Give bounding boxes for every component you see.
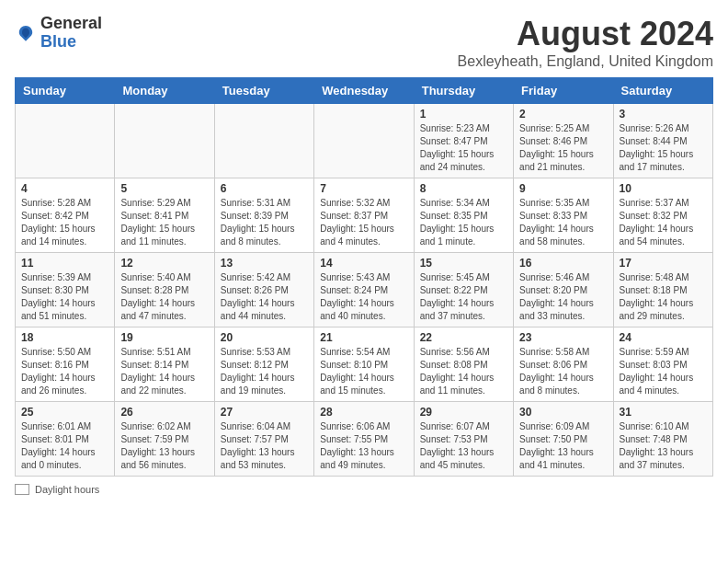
day-info: Sunrise: 6:07 AM Sunset: 7:53 PM Dayligh… — [420, 420, 507, 472]
day-number: 19 — [120, 331, 208, 344]
day-info: Sunrise: 6:04 AM Sunset: 7:57 PM Dayligh… — [221, 420, 308, 472]
calendar-cell: 21Sunrise: 5:54 AM Sunset: 8:10 PM Dayli… — [314, 327, 414, 402]
day-number: 6 — [221, 182, 308, 195]
day-number: 14 — [320, 257, 407, 270]
day-info: Sunrise: 5:31 AM Sunset: 8:39 PM Dayligh… — [221, 197, 308, 248]
day-info: Sunrise: 5:26 AM Sunset: 8:44 PM Dayligh… — [620, 122, 707, 174]
day-number: 26 — [120, 406, 208, 419]
calendar-cell: 20Sunrise: 5:53 AM Sunset: 8:12 PM Dayli… — [214, 327, 313, 402]
day-number: 9 — [519, 182, 607, 195]
day-number: 2 — [519, 108, 607, 121]
day-number: 10 — [620, 182, 707, 195]
legend-color-daylight — [15, 484, 29, 495]
day-number: 11 — [21, 257, 108, 270]
day-number: 4 — [21, 182, 108, 195]
day-info: Sunrise: 5:58 AM Sunset: 8:06 PM Dayligh… — [519, 346, 607, 397]
day-info: Sunrise: 5:39 AM Sunset: 8:30 PM Dayligh… — [21, 271, 108, 323]
calendar-cell: 30Sunrise: 6:09 AM Sunset: 7:50 PM Dayli… — [514, 402, 613, 477]
day-info: Sunrise: 5:50 AM Sunset: 8:16 PM Dayligh… — [21, 346, 108, 397]
week-row-5: 25Sunrise: 6:01 AM Sunset: 8:01 PM Dayli… — [16, 402, 713, 477]
calendar-cell: 29Sunrise: 6:07 AM Sunset: 7:53 PM Dayli… — [414, 402, 513, 477]
day-number: 27 — [221, 406, 308, 419]
logo-text: General Blue — [40, 15, 102, 52]
day-number: 12 — [120, 257, 208, 270]
calendar-cell — [115, 104, 214, 178]
page-header: General Blue August 2024 Bexleyheath, En… — [15, 15, 713, 70]
logo-blue: Blue — [40, 32, 76, 51]
day-number: 22 — [420, 331, 507, 344]
calendar-cell: 4Sunrise: 5:28 AM Sunset: 8:42 PM Daylig… — [16, 178, 115, 253]
day-info: Sunrise: 5:48 AM Sunset: 8:18 PM Dayligh… — [620, 271, 707, 323]
month-title: August 2024 — [458, 15, 713, 53]
weekday-header-sunday: Sunday — [16, 78, 115, 104]
day-info: Sunrise: 5:56 AM Sunset: 8:08 PM Dayligh… — [420, 346, 507, 397]
day-number: 5 — [120, 182, 208, 195]
calendar-cell: 19Sunrise: 5:51 AM Sunset: 8:14 PM Dayli… — [115, 327, 214, 402]
day-info: Sunrise: 5:23 AM Sunset: 8:47 PM Dayligh… — [420, 122, 507, 174]
calendar-cell: 22Sunrise: 5:56 AM Sunset: 8:08 PM Dayli… — [414, 327, 513, 402]
day-number: 15 — [420, 257, 507, 270]
day-info: Sunrise: 5:53 AM Sunset: 8:12 PM Dayligh… — [221, 346, 308, 397]
day-number: 16 — [519, 257, 607, 270]
day-number: 29 — [420, 406, 507, 419]
day-info: Sunrise: 5:43 AM Sunset: 8:24 PM Dayligh… — [320, 271, 407, 323]
day-number: 30 — [519, 406, 607, 419]
weekday-header-thursday: Thursday — [414, 78, 513, 104]
calendar-cell — [16, 104, 115, 178]
logo: General Blue — [15, 15, 102, 52]
calendar-cell: 13Sunrise: 5:42 AM Sunset: 8:26 PM Dayli… — [214, 253, 313, 327]
day-number: 18 — [21, 331, 108, 344]
week-row-3: 11Sunrise: 5:39 AM Sunset: 8:30 PM Dayli… — [16, 253, 713, 327]
day-info: Sunrise: 6:10 AM Sunset: 7:48 PM Dayligh… — [620, 420, 707, 472]
day-info: Sunrise: 5:40 AM Sunset: 8:28 PM Dayligh… — [120, 271, 208, 323]
week-row-4: 18Sunrise: 5:50 AM Sunset: 8:16 PM Dayli… — [16, 327, 713, 402]
calendar-cell: 9Sunrise: 5:35 AM Sunset: 8:33 PM Daylig… — [514, 178, 613, 253]
day-info: Sunrise: 5:37 AM Sunset: 8:32 PM Dayligh… — [620, 197, 707, 248]
location-title: Bexleyheath, England, United Kingdom — [458, 53, 713, 70]
calendar-cell: 18Sunrise: 5:50 AM Sunset: 8:16 PM Dayli… — [16, 327, 115, 402]
day-number: 23 — [519, 331, 607, 344]
day-info: Sunrise: 6:09 AM Sunset: 7:50 PM Dayligh… — [519, 420, 607, 472]
calendar-cell: 3Sunrise: 5:26 AM Sunset: 8:44 PM Daylig… — [613, 104, 712, 178]
calendar-cell: 2Sunrise: 5:25 AM Sunset: 8:46 PM Daylig… — [514, 104, 613, 178]
calendar-cell: 7Sunrise: 5:32 AM Sunset: 8:37 PM Daylig… — [314, 178, 414, 253]
day-info: Sunrise: 5:59 AM Sunset: 8:03 PM Dayligh… — [620, 346, 707, 397]
calendar-cell: 17Sunrise: 5:48 AM Sunset: 8:18 PM Dayli… — [613, 253, 712, 327]
calendar-cell: 28Sunrise: 6:06 AM Sunset: 7:55 PM Dayli… — [314, 402, 414, 477]
calendar-cell: 24Sunrise: 5:59 AM Sunset: 8:03 PM Dayli… — [613, 327, 712, 402]
day-number: 13 — [221, 257, 308, 270]
day-info: Sunrise: 5:46 AM Sunset: 8:20 PM Dayligh… — [519, 271, 607, 323]
day-info: Sunrise: 5:34 AM Sunset: 8:35 PM Dayligh… — [420, 197, 507, 248]
day-number: 3 — [620, 108, 707, 121]
calendar-cell: 1Sunrise: 5:23 AM Sunset: 8:47 PM Daylig… — [414, 104, 513, 178]
calendar-cell: 14Sunrise: 5:43 AM Sunset: 8:24 PM Dayli… — [314, 253, 414, 327]
logo-general: General — [40, 14, 102, 32]
day-number: 8 — [420, 182, 507, 195]
calendar-cell: 11Sunrise: 5:39 AM Sunset: 8:30 PM Dayli… — [16, 253, 115, 327]
day-number: 25 — [21, 406, 108, 419]
day-info: Sunrise: 5:35 AM Sunset: 8:33 PM Dayligh… — [519, 197, 607, 248]
day-number: 31 — [620, 406, 707, 419]
day-info: Sunrise: 5:32 AM Sunset: 8:37 PM Dayligh… — [320, 197, 407, 248]
day-info: Sunrise: 5:25 AM Sunset: 8:46 PM Dayligh… — [519, 122, 607, 174]
calendar-cell: 26Sunrise: 6:02 AM Sunset: 7:59 PM Dayli… — [115, 402, 214, 477]
day-info: Sunrise: 5:42 AM Sunset: 8:26 PM Dayligh… — [221, 271, 308, 323]
day-number: 28 — [320, 406, 407, 419]
calendar-cell: 27Sunrise: 6:04 AM Sunset: 7:57 PM Dayli… — [214, 402, 313, 477]
calendar-cell: 6Sunrise: 5:31 AM Sunset: 8:39 PM Daylig… — [214, 178, 313, 253]
calendar-cell: 25Sunrise: 6:01 AM Sunset: 8:01 PM Dayli… — [16, 402, 115, 477]
calendar-cell: 16Sunrise: 5:46 AM Sunset: 8:20 PM Dayli… — [514, 253, 613, 327]
week-row-1: 1Sunrise: 5:23 AM Sunset: 8:47 PM Daylig… — [16, 104, 713, 178]
logo-icon — [15, 22, 37, 44]
calendar-cell: 12Sunrise: 5:40 AM Sunset: 8:28 PM Dayli… — [115, 253, 214, 327]
calendar-cell — [214, 104, 313, 178]
calendar-cell — [314, 104, 414, 178]
weekday-header-wednesday: Wednesday — [314, 78, 414, 104]
weekday-header-monday: Monday — [115, 78, 214, 104]
calendar-cell: 23Sunrise: 5:58 AM Sunset: 8:06 PM Dayli… — [514, 327, 613, 402]
day-number: 20 — [221, 331, 308, 344]
weekday-header-saturday: Saturday — [613, 78, 712, 104]
day-info: Sunrise: 6:02 AM Sunset: 7:59 PM Dayligh… — [120, 420, 208, 472]
day-info: Sunrise: 5:45 AM Sunset: 8:22 PM Dayligh… — [420, 271, 507, 323]
calendar-cell: 8Sunrise: 5:34 AM Sunset: 8:35 PM Daylig… — [414, 178, 513, 253]
